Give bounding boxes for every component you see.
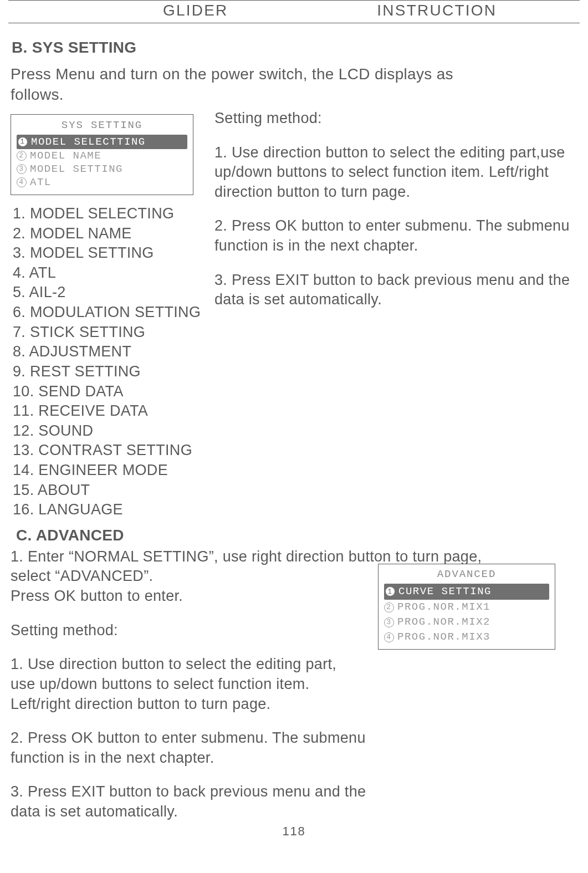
setting-method-step: 3. Press EXIT button to back previous me… bbox=[11, 782, 577, 821]
list-item: 3. MODEL SETTING bbox=[13, 243, 202, 263]
row-label: CURVE SETTING bbox=[398, 585, 492, 599]
step-line: 1. Use direction button to select the ed… bbox=[11, 655, 577, 675]
row-number-icon: 2 bbox=[17, 151, 27, 161]
section-b-right: Setting method: 1. Use direction button … bbox=[214, 109, 580, 324]
step-line: use up/down buttons to select function i… bbox=[11, 675, 577, 695]
row-number-icon: 4 bbox=[384, 632, 394, 642]
list-item: 5. AIL-2 bbox=[13, 283, 202, 303]
setting-method-step: 2. Press OK button to enter submenu. The… bbox=[11, 728, 577, 768]
advanced-lcd-row: 4 PROG.NOR.MIX3 bbox=[384, 630, 549, 645]
row-number-icon: 1 bbox=[18, 137, 28, 147]
sys-lcd: SYS SETTING 1 MODEL SELECTTING 2 MODEL N… bbox=[11, 114, 193, 195]
header-left: GLIDER bbox=[8, 2, 316, 19]
advanced-lcd: ADVANCED 1 CURVE SETTING 2 PROG.NOR.MIX1… bbox=[378, 564, 555, 650]
advanced-lcd-row: 3 PROG.NOR.MIX2 bbox=[384, 615, 549, 630]
list-item: 9. REST SETTING bbox=[13, 362, 202, 382]
sys-lcd-row: 3 MODEL SETTING bbox=[17, 162, 187, 176]
section-c-intro-block: 1. Enter “NORMAL SETTING”, use right dir… bbox=[11, 547, 577, 606]
page: GLIDER INSTRUCTION B. SYS SETTING Press … bbox=[8, 0, 580, 839]
list-item: 14. ENGINEER MODE bbox=[13, 461, 202, 481]
advanced-lcd-title: ADVANCED bbox=[384, 568, 549, 581]
row-number-icon: 4 bbox=[17, 177, 27, 187]
step-line: 3. Press EXIT button to back previous me… bbox=[11, 782, 577, 802]
list-item: 4. ATL bbox=[13, 263, 202, 283]
section-b-body: SYS SETTING 1 MODEL SELECTTING 2 MODEL N… bbox=[8, 109, 580, 520]
setting-method-step: 1. Use direction button to select the ed… bbox=[214, 143, 580, 202]
row-number-icon: 1 bbox=[385, 586, 395, 596]
step-line: function is in the next chapter. bbox=[11, 748, 577, 768]
sys-lcd-title: SYS SETTING bbox=[17, 119, 187, 131]
list-item: 11. RECEIVE DATA bbox=[13, 401, 202, 421]
row-number-icon: 2 bbox=[384, 603, 394, 612]
header-right: INSTRUCTION bbox=[316, 2, 580, 19]
list-item: 8. ADJUSTMENT bbox=[13, 342, 202, 362]
setting-method-step: 2. Press OK button to enter submenu. The… bbox=[214, 216, 580, 256]
row-label: MODEL NAME bbox=[30, 150, 101, 162]
section-b-title: B. SYS SETTING bbox=[12, 39, 580, 57]
step-line: data is set automatically. bbox=[11, 802, 577, 822]
row-label: MODEL SETTING bbox=[30, 163, 123, 175]
page-number: 118 bbox=[8, 824, 580, 839]
list-item: 6. MODULATION SETTING bbox=[13, 303, 202, 323]
row-label: PROG.NOR.MIX2 bbox=[397, 615, 490, 629]
row-label: MODEL SELECTTING bbox=[31, 136, 146, 148]
row-number-icon: 3 bbox=[384, 617, 394, 627]
list-item: 16. LANGUAGE bbox=[13, 500, 202, 520]
list-item: 2. MODEL NAME bbox=[13, 224, 202, 244]
row-label: PROG.NOR.MIX3 bbox=[397, 630, 490, 644]
setting-method-step: 3. Press EXIT button to back previous me… bbox=[214, 270, 580, 310]
row-number-icon: 3 bbox=[17, 164, 27, 174]
sys-list: 1. MODEL SELECTING 2. MODEL NAME 3. MODE… bbox=[13, 204, 202, 520]
setting-method-step: 1. Use direction button to select the ed… bbox=[11, 655, 577, 714]
setting-method-heading: Setting method: bbox=[214, 109, 580, 129]
step-line: Left/right direction button to turn page… bbox=[11, 695, 577, 714]
advanced-lcd-row: 1 CURVE SETTING bbox=[384, 584, 549, 600]
row-label: ATL bbox=[30, 176, 52, 188]
list-item: 10. SEND DATA bbox=[13, 382, 202, 402]
section-b-intro: Press Menu and turn on the power switch,… bbox=[11, 64, 580, 105]
sys-lcd-row: 4 ATL bbox=[17, 176, 187, 189]
intro-line-1: Press Menu and turn on the power switch,… bbox=[11, 65, 453, 83]
section-c-title: C. ADVANCED bbox=[16, 525, 577, 546]
list-item: 13. CONTRAST SETTING bbox=[13, 441, 202, 461]
row-label: PROG.NOR.MIX1 bbox=[397, 600, 490, 614]
list-item: 7. STICK SETTING bbox=[13, 323, 202, 343]
page-header: GLIDER INSTRUCTION bbox=[8, 1, 580, 23]
list-item: 15. ABOUT bbox=[13, 481, 202, 501]
list-item: 12. SOUND bbox=[13, 421, 202, 441]
section-b-left: SYS SETTING 1 MODEL SELECTTING 2 MODEL N… bbox=[8, 109, 202, 520]
step-line: 2. Press OK button to enter submenu. The… bbox=[11, 728, 577, 748]
list-item: 1. MODEL SELECTING bbox=[13, 204, 202, 224]
sys-lcd-row: 1 MODEL SELECTTING bbox=[17, 135, 187, 149]
section-c: C. ADVANCED 1. Enter “NORMAL SETTING”, u… bbox=[11, 525, 577, 822]
advanced-lcd-row: 2 PROG.NOR.MIX1 bbox=[384, 600, 549, 615]
intro-line-2: follows. bbox=[11, 86, 64, 103]
sys-lcd-row: 2 MODEL NAME bbox=[17, 149, 187, 162]
